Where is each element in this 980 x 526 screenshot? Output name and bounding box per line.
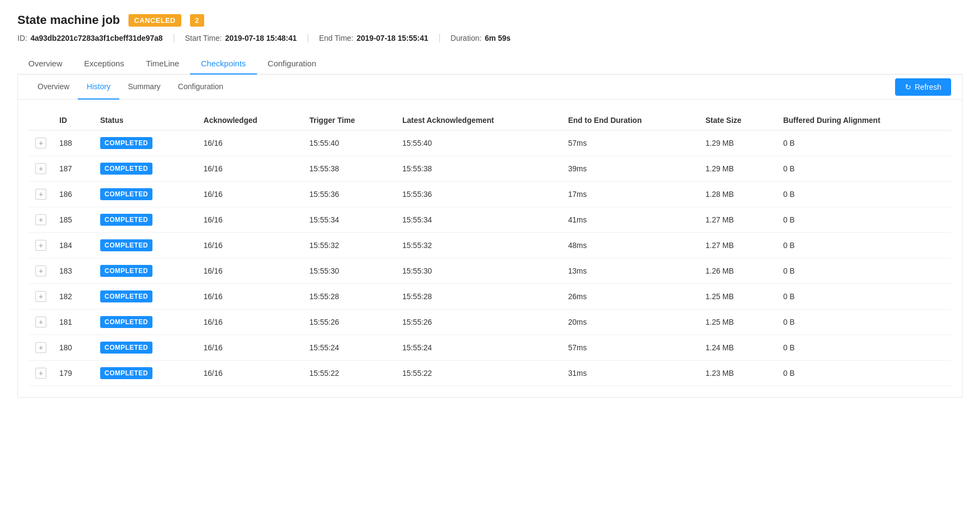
cell-latest-ack: 15:55:36	[396, 182, 562, 207]
expand-cell: +	[29, 258, 53, 284]
inner-tab-configuration[interactable]: Configuration	[169, 75, 232, 100]
status-badge: COMPLETED	[100, 214, 152, 226]
cell-status: COMPLETED	[94, 361, 197, 386]
status-badge: COMPLETED	[100, 265, 152, 277]
cell-duration: 41ms	[561, 207, 699, 233]
expand-button[interactable]: +	[35, 317, 46, 327]
id-value: 4a93db2201c7283a3f1cbeff31de97a8	[30, 34, 163, 42]
cell-duration: 13ms	[561, 258, 699, 284]
cell-buffered: 0 B	[776, 182, 951, 207]
inner-tabs: Overview History Summary Configuration	[29, 75, 895, 99]
cell-latest-ack: 15:55:26	[396, 310, 562, 335]
expand-cell: +	[29, 361, 53, 386]
expand-cell: +	[29, 310, 53, 335]
cell-duration: 20ms	[561, 310, 699, 335]
col-state-size: State Size	[699, 110, 777, 131]
expand-button[interactable]: +	[35, 342, 46, 353]
tab-exceptions[interactable]: Exceptions	[74, 53, 135, 75]
cell-latest-ack: 15:55:34	[396, 207, 562, 233]
cell-buffered: 0 B	[776, 207, 951, 233]
expand-cell: +	[29, 156, 53, 182]
table-row: + 187 COMPLETED 16/16 15:55:38 15:55:38 …	[29, 156, 951, 182]
cell-state-size: 1.26 MB	[699, 258, 777, 284]
page-title: State machine job	[17, 13, 120, 27]
cell-trigger-time: 15:55:40	[303, 131, 396, 156]
cell-buffered: 0 B	[776, 310, 951, 335]
cell-latest-ack: 15:55:40	[396, 131, 562, 156]
id-label: ID:	[17, 34, 27, 42]
expand-button[interactable]: +	[35, 265, 46, 276]
tab-timeline[interactable]: TimeLine	[135, 53, 190, 75]
cell-id: 184	[53, 233, 94, 258]
table-row: + 183 COMPLETED 16/16 15:55:30 15:55:30 …	[29, 258, 951, 284]
cell-status: COMPLETED	[94, 156, 197, 182]
table-row: + 186 COMPLETED 16/16 15:55:36 15:55:36 …	[29, 182, 951, 207]
cell-id: 179	[53, 361, 94, 386]
cell-status: COMPLETED	[94, 335, 197, 361]
inner-tab-history[interactable]: History	[78, 75, 119, 100]
cell-id: 182	[53, 284, 94, 310]
col-duration: End to End Duration	[561, 110, 699, 131]
tab-overview[interactable]: Overview	[17, 53, 74, 75]
status-badge: COMPLETED	[100, 290, 152, 302]
cell-id: 188	[53, 131, 94, 156]
expand-button[interactable]: +	[35, 214, 46, 225]
expand-button[interactable]: +	[35, 240, 46, 251]
tab-configuration[interactable]: Configuration	[257, 53, 327, 75]
page-wrapper: State machine job CANCELED 2 ID: 4a93db2…	[0, 0, 980, 526]
expand-button[interactable]: +	[35, 291, 46, 302]
cell-acknowledged: 16/16	[197, 258, 303, 284]
table-row: + 184 COMPLETED 16/16 15:55:32 15:55:32 …	[29, 233, 951, 258]
end-time-value: 2019-07-18 15:55:41	[357, 34, 428, 42]
col-latest-ack: Latest Acknowledgement	[396, 110, 562, 131]
expand-cell: +	[29, 131, 53, 156]
cell-buffered: 0 B	[776, 258, 951, 284]
cell-duration: 48ms	[561, 233, 699, 258]
cell-duration: 39ms	[561, 156, 699, 182]
cell-acknowledged: 16/16	[197, 335, 303, 361]
col-expand	[29, 110, 53, 131]
cell-trigger-time: 15:55:26	[303, 310, 396, 335]
duration-label: Duration:	[451, 34, 482, 42]
cell-status: COMPLETED	[94, 207, 197, 233]
expand-button[interactable]: +	[35, 163, 46, 174]
expand-button[interactable]: +	[35, 368, 46, 379]
cell-trigger-time: 15:55:36	[303, 182, 396, 207]
expand-button[interactable]: +	[35, 138, 46, 148]
cell-id: 181	[53, 310, 94, 335]
cell-id: 180	[53, 335, 94, 361]
cell-duration: 26ms	[561, 284, 699, 310]
header-row: State machine job CANCELED 2	[17, 13, 963, 27]
cell-buffered: 0 B	[776, 131, 951, 156]
table-row: + 185 COMPLETED 16/16 15:55:34 15:55:34 …	[29, 207, 951, 233]
tab-checkpoints[interactable]: Checkpoints	[190, 53, 257, 75]
cell-trigger-time: 15:55:32	[303, 233, 396, 258]
refresh-button[interactable]: ↻ Refresh	[895, 78, 951, 96]
status-badge: COMPLETED	[100, 367, 152, 379]
expand-cell: +	[29, 233, 53, 258]
meta-row: ID: 4a93db2201c7283a3f1cbeff31de97a8 Sta…	[17, 34, 963, 42]
inner-tab-overview[interactable]: Overview	[29, 75, 78, 100]
table-row: + 188 COMPLETED 16/16 15:55:40 15:55:40 …	[29, 131, 951, 156]
table-row: + 180 COMPLETED 16/16 15:55:24 15:55:24 …	[29, 335, 951, 361]
cell-latest-ack: 15:55:24	[396, 335, 562, 361]
col-trigger-time: Trigger Time	[303, 110, 396, 131]
cell-duration: 57ms	[561, 335, 699, 361]
start-time-label: Start Time:	[185, 34, 222, 42]
cell-latest-ack: 15:55:22	[396, 361, 562, 386]
end-time-label: End Time:	[319, 34, 353, 42]
cell-state-size: 1.25 MB	[699, 310, 777, 335]
cell-state-size: 1.23 MB	[699, 361, 777, 386]
cell-trigger-time: 15:55:38	[303, 156, 396, 182]
cell-trigger-time: 15:55:34	[303, 207, 396, 233]
col-id: ID	[53, 110, 94, 131]
cell-duration: 57ms	[561, 131, 699, 156]
cell-acknowledged: 16/16	[197, 156, 303, 182]
col-status: Status	[94, 110, 197, 131]
cell-acknowledged: 16/16	[197, 131, 303, 156]
inner-tab-summary[interactable]: Summary	[119, 75, 169, 100]
expand-button[interactable]: +	[35, 189, 46, 200]
cell-latest-ack: 15:55:30	[396, 258, 562, 284]
status-badge: COMPLETED	[100, 342, 152, 354]
duration-meta: Duration: 6m 59s	[439, 34, 522, 42]
